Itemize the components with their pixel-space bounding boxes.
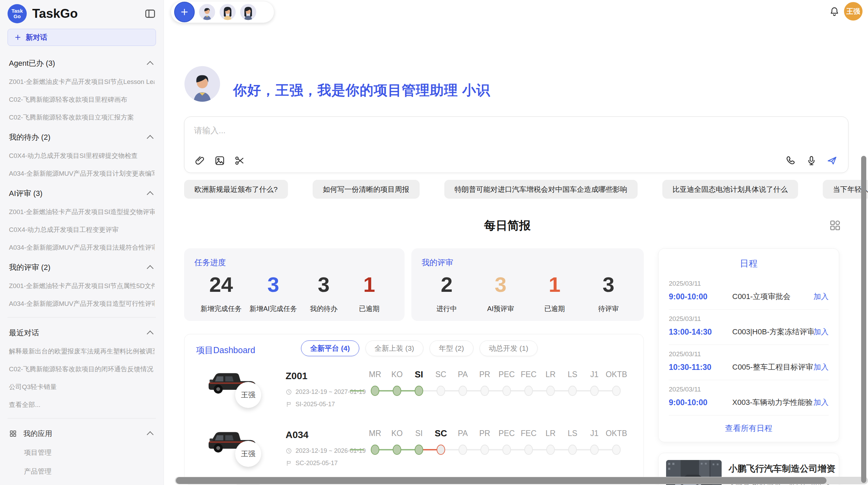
notification-bell-icon[interactable]: [829, 6, 840, 17]
sidebar-task-item[interactable]: A034-全新新能源MUV产品开发项目计划变更表编写: [9, 169, 155, 178]
dashboard-tab[interactable]: 全新上装 (3): [365, 340, 424, 356]
chat-input-card: [184, 116, 848, 173]
sidebar-header: Task Go TaskGo: [0, 0, 164, 25]
milestone-label: PR: [474, 369, 496, 380]
join-meeting-link[interactable]: 加入: [813, 327, 829, 337]
chevron-up-icon[interactable]: [147, 265, 154, 272]
project-dates-row: 2023-12-19 ~ 2027-01-19: [286, 388, 366, 396]
milestone-node[interactable]: [481, 386, 489, 396]
recent-chat-item[interactable]: 解释最新出台的欧盟报废车法规再生塑料比例被调至15%...: [9, 347, 155, 356]
milestone-node[interactable]: [568, 445, 577, 455]
app-item[interactable]: 产品管理: [24, 467, 155, 476]
sidebar-task-item[interactable]: C0X4-动力总成开发项目SI里程碑提交物检查: [9, 151, 155, 160]
screenshot-scissors-icon[interactable]: [234, 155, 245, 166]
join-meeting-link[interactable]: 加入: [813, 291, 829, 302]
milestone: FEC: [518, 428, 540, 466]
sidebar-section-header: AI评审 (3): [9, 188, 155, 199]
milestone: LR: [540, 369, 562, 407]
milestone-node[interactable]: [590, 445, 599, 455]
user-avatar[interactable]: 王强: [844, 2, 863, 21]
stat-value: 1: [350, 274, 388, 295]
milestone-node[interactable]: [503, 445, 511, 455]
send-icon[interactable]: [826, 155, 838, 166]
attach-file-icon[interactable]: [194, 155, 206, 166]
brief-layout-grid-icon[interactable]: [829, 219, 841, 232]
milestone-node[interactable]: [590, 386, 599, 396]
milestone-node[interactable]: [437, 445, 445, 455]
horizontal-scrollbar-thumb[interactable]: [176, 477, 827, 484]
dashboard-tab[interactable]: 动总开发 (1): [480, 340, 538, 356]
sidebar-task-item[interactable]: Z001-全新燃油轻卡产品开发项目SI节点属性5D文件评审: [9, 282, 155, 290]
milestone-node[interactable]: [546, 386, 555, 396]
new-chat-button[interactable]: 新对话: [8, 29, 156, 46]
task-progress-card: 任务进度24新增完成任务3新增AI完成任务3我的待办1已逾期: [184, 248, 405, 321]
app-item[interactable]: 项目管理: [24, 448, 155, 457]
milestone-node[interactable]: [481, 445, 489, 455]
milestone-node[interactable]: [568, 386, 577, 396]
app-logo: Task Go: [8, 4, 27, 23]
suggestion-chip[interactable]: 特朗普可能对进口汽车增税会对中国车企造成哪些影响: [444, 180, 638, 199]
dashboard-tab[interactable]: 年型 (2): [430, 340, 473, 356]
sidebar-collapse-icon[interactable]: [144, 8, 156, 20]
agent-avatar-1[interactable]: [199, 4, 215, 20]
sidebar-task-item[interactable]: A034-全新新能源MUV产品开发项目造型可行性评审: [9, 299, 155, 308]
sidebar-task-item[interactable]: Z001-全新燃油轻卡产品开发项目SI造型提交物评审: [9, 208, 155, 216]
view-all-schedule-link[interactable]: 查看所有日程: [669, 423, 829, 434]
milestone-node[interactable]: [393, 386, 401, 396]
horizontal-scrollbar-track[interactable]: [175, 477, 868, 484]
milestone-node[interactable]: [459, 445, 467, 455]
milestone-node[interactable]: [459, 386, 467, 396]
sidebar-task-item[interactable]: C02-飞腾新能源轻客改款项目立项汇报方案: [9, 113, 155, 122]
milestone-node[interactable]: [503, 386, 511, 396]
sidebar-task-item[interactable]: C02-飞腾新能源轻客改款项目里程碑画布: [9, 95, 155, 104]
voice-call-icon[interactable]: [785, 155, 797, 166]
milestone-node[interactable]: [437, 386, 445, 396]
chevron-up-icon[interactable]: [147, 431, 154, 438]
sidebar-task-item[interactable]: C0X4-动力总成开发项目工程变更评审: [9, 225, 155, 234]
milestone-label: J1: [583, 369, 605, 380]
schedule-event-title: C003|H0B-方案冻结评审: [732, 327, 813, 337]
suggestion-chip[interactable]: 如何写一份清晰的项目周报: [313, 180, 420, 199]
milestone-node[interactable]: [612, 386, 621, 396]
chat-input[interactable]: [193, 124, 743, 150]
assistant-avatar: [184, 66, 220, 102]
chevron-up-icon[interactable]: [147, 331, 154, 337]
milestone: PR: [474, 428, 496, 466]
join-meeting-link[interactable]: 加入: [813, 397, 829, 408]
milestone-node[interactable]: [612, 445, 621, 455]
recent-view-all-link[interactable]: 查看全部...: [9, 400, 155, 409]
agent-avatar-3[interactable]: [240, 4, 256, 20]
attach-image-icon[interactable]: [214, 155, 226, 166]
project-dates: 2023-12-19 ~ 2026-01-19: [296, 447, 366, 455]
milestone-node[interactable]: [546, 445, 555, 455]
sidebar-section-title: 我的待办 (2): [9, 132, 50, 142]
suggestion-chip[interactable]: 欧洲新规最近颁布了什么?: [184, 180, 288, 199]
chevron-up-icon[interactable]: [147, 61, 154, 68]
sidebar-task-item[interactable]: A034-全新新能源MUV产品开发项目法规符合性评审: [9, 243, 155, 252]
microphone-icon[interactable]: [806, 155, 817, 166]
chevron-up-icon[interactable]: [147, 135, 154, 142]
recent-chat-item[interactable]: C02-飞腾新能源轻客改款项目的闭环通告反馈情况: [9, 365, 155, 374]
milestone-node[interactable]: [525, 445, 533, 455]
dashboard-tab[interactable]: 全新平台 (4): [301, 340, 359, 356]
vertical-scrollbar-thumb[interactable]: [861, 156, 866, 483]
milestone-node[interactable]: [371, 386, 379, 396]
milestone-node[interactable]: [415, 386, 423, 396]
my-apps-header[interactable]: 我的应用: [9, 429, 155, 438]
agent-avatar-2[interactable]: [219, 4, 236, 20]
sidebar-task-item[interactable]: Z001-全新燃油皮卡产品开发项目SI节点Lesson Learn报告: [9, 77, 155, 86]
sidebar-section-header: 我的评审 (2): [9, 262, 155, 273]
chevron-up-icon[interactable]: [147, 191, 154, 198]
stat-item: 1已逾期: [536, 274, 574, 313]
join-meeting-link[interactable]: 加入: [813, 362, 829, 372]
milestone-node[interactable]: [415, 445, 423, 455]
stat-item: 3待评审: [590, 274, 627, 313]
milestone-node[interactable]: [371, 445, 379, 455]
add-agent-button[interactable]: [174, 2, 195, 22]
milestone: MR: [364, 369, 386, 407]
milestone-node[interactable]: [525, 386, 533, 396]
schedule-card: 日程 2025/03/119:00-10:00C001-立项审批会加入2025/…: [658, 248, 839, 442]
suggestion-chip[interactable]: 比亚迪全固态电池计划具体说了什么: [662, 180, 798, 199]
milestone-node[interactable]: [393, 445, 401, 455]
recent-chat-item[interactable]: 公司Q3轻卡销量: [9, 383, 155, 391]
